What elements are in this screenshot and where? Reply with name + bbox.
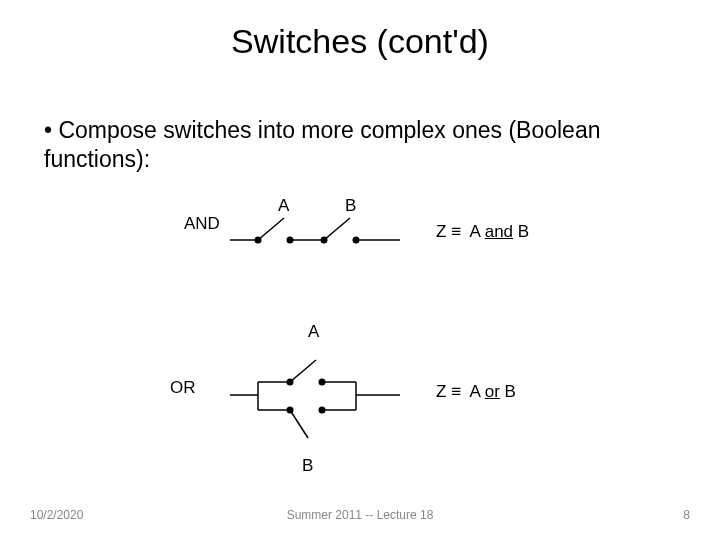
or-equation: Z ≡ A or B xyxy=(436,382,516,402)
equiv-symbol: ≡ xyxy=(451,382,461,401)
eq-z: Z xyxy=(436,382,446,401)
eq-b: B xyxy=(505,382,516,401)
or-circuit-diagram xyxy=(230,340,400,460)
eq-a: A xyxy=(470,222,480,241)
and-label: AND xyxy=(184,214,220,234)
svg-line-6 xyxy=(324,218,350,240)
eq-op-or: or xyxy=(485,382,500,401)
eq-z: Z xyxy=(436,222,446,241)
slide-title: Switches (cont'd) xyxy=(0,22,720,61)
svg-line-2 xyxy=(258,218,284,240)
or-switch-a-label: A xyxy=(308,322,319,342)
eq-op-and: and xyxy=(485,222,513,241)
or-label: OR xyxy=(170,378,196,398)
footer-center: Summer 2011 -- Lecture 18 xyxy=(0,508,720,522)
svg-line-21 xyxy=(290,410,308,438)
and-equation: Z ≡ A and B xyxy=(436,222,529,242)
and-circuit-diagram xyxy=(230,212,400,252)
svg-line-13 xyxy=(290,360,316,382)
bullet-text: Compose switches into more complex ones … xyxy=(44,116,684,174)
equiv-symbol: ≡ xyxy=(451,222,461,241)
footer-page-number: 8 xyxy=(683,508,690,522)
eq-b: B xyxy=(518,222,529,241)
eq-a: A xyxy=(470,382,480,401)
